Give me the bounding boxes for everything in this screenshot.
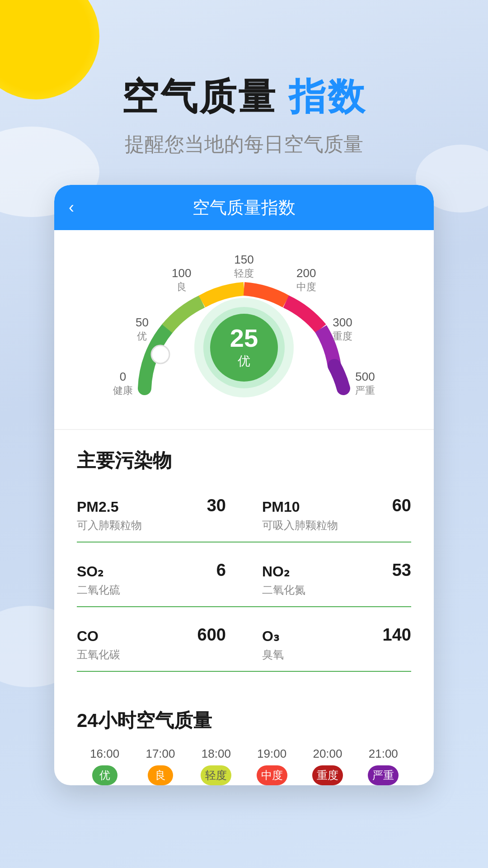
app-card: ‹ 空气质量指数: [54, 185, 434, 785]
aqi-circle-outer: 25 优: [194, 298, 294, 397]
pollutant-co-value: 600: [197, 625, 226, 645]
hour-time-1700: 17:00: [145, 747, 175, 761]
pollutant-no2-header: NO₂ 53: [262, 561, 411, 580]
title-blue: 指数: [289, 76, 366, 117]
pollutant-no2-desc: 二氧化氮: [262, 583, 411, 597]
hour-time-2000: 20:00: [313, 747, 342, 761]
hour-item-1900: 19:00 中度: [244, 747, 300, 785]
hour-item-2100: 21:00 严重: [356, 747, 411, 785]
pollutant-co: CO 600 五氧化碳: [77, 616, 244, 672]
label-300: 300 重度: [333, 316, 352, 343]
label-0: 0 健康: [113, 370, 133, 397]
label-500: 500 严重: [355, 370, 375, 397]
pollutant-pm25-desc: 可入肺颗粒物: [77, 518, 226, 533]
hour-item-2000: 20:00 重度: [300, 747, 355, 785]
pollutant-co-header: CO 600: [77, 625, 226, 645]
pollutant-no2: NO₂ 53 二氧化氮: [244, 552, 411, 607]
title-black: 空气质量: [122, 76, 277, 117]
aqi-circle-mid: 25 优: [203, 307, 285, 388]
card-title: 空气质量指数: [192, 196, 296, 219]
pollutant-co-desc: 五氧化碳: [77, 647, 226, 662]
hour-badge-1700: 良: [148, 765, 173, 785]
pollutant-pm25-value: 30: [207, 496, 226, 515]
hour-item-1800: 18:00 轻度: [188, 747, 244, 785]
pollutant-pm10-desc: 可吸入肺颗粒物: [262, 518, 411, 533]
aqi-label: 优: [238, 353, 250, 370]
hours-grid: 16:00 优 17:00 良 18:00 轻度 19:00 中度 20:00 …: [77, 747, 411, 785]
pollutant-no2-value: 53: [392, 561, 411, 580]
gauge-container: 0 健康 50 优 100 良 150 轻度: [113, 253, 375, 406]
hour-badge-2000: 重度: [312, 765, 343, 785]
aqi-center: 25 优: [194, 298, 294, 397]
pollutant-pm10-header: PM10 60: [262, 496, 411, 515]
label-100: 100 良: [172, 266, 191, 294]
aqi-circle-inner: 25 优: [210, 314, 278, 382]
pollutant-o3-name: O₃: [262, 627, 279, 645]
gauge-section: 0 健康 50 优 100 良 150 轻度: [54, 230, 434, 425]
back-button[interactable]: ‹: [69, 198, 74, 217]
divider-1: [54, 429, 434, 430]
pollutant-so2-value: 6: [216, 561, 226, 580]
hours-section: 24小时空气质量 16:00 优 17:00 良 18:00 轻度 19:00 …: [54, 694, 434, 785]
hour-badge-1800: 轻度: [201, 765, 231, 785]
hour-badge-1900: 中度: [257, 765, 287, 785]
pollutants-section: 主要污染物 PM2.5 30 可入肺颗粒物 PM10 60 可吸入肺颗粒物: [54, 434, 434, 694]
hour-badge-2100: 严重: [368, 765, 399, 785]
pollutant-o3-value: 140: [383, 625, 411, 645]
hour-time-2100: 21:00: [369, 747, 398, 761]
pollutants-grid: PM2.5 30 可入肺颗粒物 PM10 60 可吸入肺颗粒物 SO₂ 6: [77, 487, 411, 681]
card-header: ‹ 空气质量指数: [54, 185, 434, 230]
subtitle: 提醒您当地的每日空气质量: [0, 131, 488, 158]
label-50: 50 优: [136, 316, 149, 343]
pollutant-pm25-name: PM2.5: [77, 499, 118, 515]
pollutant-pm10: PM10 60 可吸入肺颗粒物: [244, 487, 411, 542]
pollutant-co-name: CO: [77, 628, 99, 645]
pollutant-pm10-value: 60: [392, 496, 411, 515]
pollutant-o3: O₃ 140 臭氧: [244, 616, 411, 672]
hour-item-1600: 16:00 优: [77, 747, 132, 785]
hour-item-1700: 17:00 良: [132, 747, 188, 785]
aqi-value: 25: [230, 326, 258, 351]
pollutant-no2-name: NO₂: [262, 563, 290, 580]
pollutant-so2-header: SO₂ 6: [77, 561, 226, 580]
hour-time-1600: 16:00: [90, 747, 119, 761]
hour-time-1800: 18:00: [202, 747, 231, 761]
pollutant-o3-desc: 臭氧: [262, 647, 411, 662]
hour-time-1900: 19:00: [257, 747, 286, 761]
pollutant-pm10-name: PM10: [262, 499, 300, 515]
header-section: 空气质量 指数 提醒您当地的每日空气质量: [0, 0, 488, 158]
main-title: 空气质量 指数: [0, 72, 488, 122]
pollutant-o3-header: O₃ 140: [262, 625, 411, 645]
hours-title: 24小时空气质量: [77, 708, 411, 733]
pollutant-pm25: PM2.5 30 可入肺颗粒物: [77, 487, 244, 542]
label-200: 200 中度: [296, 266, 316, 294]
pollutant-so2: SO₂ 6 二氧化硫: [77, 552, 244, 607]
label-150: 150 轻度: [234, 253, 254, 280]
pollutant-so2-name: SO₂: [77, 563, 103, 580]
pollutant-so2-desc: 二氧化硫: [77, 583, 226, 597]
pollutant-pm25-header: PM2.5 30: [77, 496, 226, 515]
hour-badge-1600: 优: [92, 765, 117, 785]
pollutants-title: 主要污染物: [77, 448, 411, 473]
